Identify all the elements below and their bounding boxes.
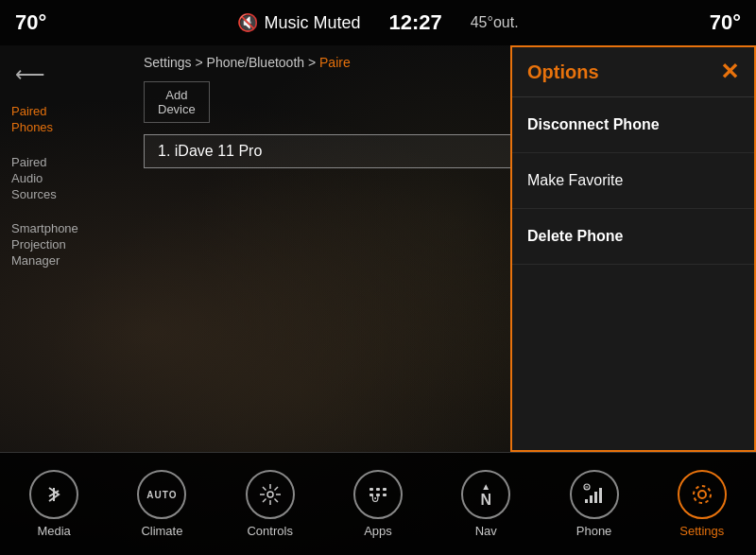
controls-label: Controls xyxy=(247,524,292,538)
svg-text:⊍: ⊍ xyxy=(370,490,380,505)
svg-rect-19 xyxy=(599,488,602,503)
svg-line-7 xyxy=(274,487,278,491)
nav-item-apps[interactable]: ⊍ Apps xyxy=(331,470,425,538)
add-device-label: AddDevice xyxy=(158,88,196,116)
phone-icon-circle: B xyxy=(570,470,619,519)
phone-label: Phone xyxy=(576,524,612,538)
auto-icon: AUTO xyxy=(146,490,177,500)
settings-icon xyxy=(690,482,714,507)
add-device-button[interactable]: AddDevice xyxy=(144,81,210,123)
apps-icon: ⊍ xyxy=(366,482,390,507)
option-disconnect-label: Disconnect Phone xyxy=(527,116,660,132)
svg-line-6 xyxy=(274,499,278,503)
svg-point-23 xyxy=(694,486,711,503)
apps-icon-circle: ⊍ xyxy=(353,470,403,519)
svg-line-5 xyxy=(263,487,266,491)
climate-icon-circle: AUTO xyxy=(137,470,186,519)
breadcrumb-highlight: Paire xyxy=(319,55,351,70)
nav-item-settings[interactable]: Settings xyxy=(655,470,749,538)
music-status-label: Music Muted xyxy=(264,13,360,33)
temp-right: 70° xyxy=(710,10,741,35)
svg-rect-16 xyxy=(585,499,588,503)
settings-label: Settings xyxy=(679,524,724,538)
controls-icon xyxy=(258,482,283,507)
svg-rect-18 xyxy=(594,492,597,503)
options-header: Options ✕ xyxy=(512,47,754,97)
back-arrow-icon: ⟵ xyxy=(15,62,45,87)
outside-temp: 45°out. xyxy=(471,14,519,31)
temp-left: 70° xyxy=(15,10,46,35)
status-center: 🔇 Music Muted 12:27 45°out. xyxy=(237,10,518,35)
close-button[interactable]: ✕ xyxy=(720,59,739,85)
svg-rect-14 xyxy=(383,494,387,496)
nav-label: Nav xyxy=(475,524,497,538)
controls-icon-circle xyxy=(246,470,295,519)
bluetooth-icon xyxy=(42,482,66,507)
nav-icon-circle: ▲ N xyxy=(461,470,510,519)
media-icon-circle xyxy=(29,470,78,519)
media-label: Media xyxy=(37,524,70,538)
option-delete[interactable]: Delete Phone xyxy=(512,209,754,265)
svg-point-0 xyxy=(267,492,273,497)
sidebar-item-label: PairedAudioSources xyxy=(11,155,57,201)
sidebar-item-paired-audio[interactable]: PairedAudioSources xyxy=(0,146,132,213)
sidebar-item-smartphone-projection[interactable]: SmartphoneProjectionManager xyxy=(0,212,132,279)
nav-compass-icon: ▲ N xyxy=(480,481,491,509)
svg-point-22 xyxy=(698,491,706,498)
settings-icon-circle xyxy=(678,470,727,519)
nav-item-nav[interactable]: ▲ N Nav xyxy=(438,470,533,538)
nav-item-media[interactable]: Media xyxy=(7,470,101,538)
apps-label: Apps xyxy=(364,524,392,538)
svg-rect-11 xyxy=(383,488,387,491)
main-area: ⟵ PairedPhones PairedAudioSources Smartp… xyxy=(0,45,756,452)
climate-label: Climate xyxy=(141,524,182,538)
nav-item-phone[interactable]: B Phone xyxy=(547,470,642,538)
option-favorite-label: Make Favorite xyxy=(527,172,623,188)
phone-icon: B xyxy=(582,482,607,507)
nav-item-controls[interactable]: Controls xyxy=(223,470,318,538)
nav-item-climate[interactable]: AUTO Climate xyxy=(114,470,209,538)
status-bar: 70° 🔇 Music Muted 12:27 45°out. 70° xyxy=(0,0,756,45)
option-favorite[interactable]: Make Favorite xyxy=(512,153,754,209)
option-delete-label: Delete Phone xyxy=(527,228,623,244)
svg-rect-17 xyxy=(590,495,593,503)
sidebar-item-label: SmartphoneProjectionManager xyxy=(11,221,78,268)
option-disconnect[interactable]: Disconnect Phone xyxy=(512,97,754,153)
mute-icon: 🔇 xyxy=(237,12,258,33)
sidebar-item-label: PairedPhones xyxy=(11,104,53,134)
options-popup: Options ✕ Disconnect Phone Make Favorite… xyxy=(510,45,756,452)
back-button[interactable]: ⟵ xyxy=(0,55,132,95)
music-muted: 🔇 Music Muted xyxy=(237,12,360,33)
sidebar: ⟵ PairedPhones PairedAudioSources Smartp… xyxy=(0,45,132,452)
sidebar-item-paired-phones[interactable]: PairedPhones xyxy=(0,95,132,146)
clock: 12:27 xyxy=(388,10,441,35)
nav-bar: Media AUTO Climate Controls xyxy=(0,452,756,555)
options-title: Options xyxy=(527,61,599,83)
svg-line-8 xyxy=(263,499,266,503)
